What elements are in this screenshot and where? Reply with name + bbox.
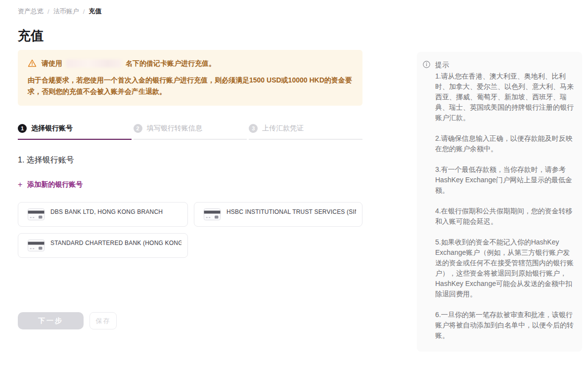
action-buttons: 下一步 保存 xyxy=(18,312,362,329)
warning-compliance-text: 由于合规要求，若您使用一个首次入金的银行账户进行充值，则必须满足1500 USD… xyxy=(28,75,353,97)
tip-item-4: 4.在银行假期和公共假期期间，您的资金转移和入账可能会延迟。 xyxy=(435,206,575,227)
step-1-label: 选择银行账号 xyxy=(31,124,73,133)
redacted-account-holder-name xyxy=(66,59,122,68)
credit-card-icon xyxy=(28,240,45,251)
tip-item-5: 5.如果收到的资金不能记入你的HashKey Exchange账户（例如，从第三… xyxy=(435,237,575,299)
bank-name: HSBC INSTITUTIONAL TRUST SERVICES (SIN..… xyxy=(226,207,356,215)
save-button[interactable]: 保存 xyxy=(90,312,117,329)
step-1-select-bank-account[interactable]: 1 选择银行账号 xyxy=(18,124,132,140)
step-3-label: 上传汇款凭证 xyxy=(262,124,304,133)
next-step-button[interactable]: 下一步 xyxy=(18,312,84,329)
warning-triangle-icon xyxy=(28,59,37,68)
bank-account-list: DBS BANK LTD, HONG KONG BRANCH HSBC INST… xyxy=(18,202,362,258)
step-tabs: 1 选择银行账号 2 填写银行转账信息 3 上传汇款凭证 xyxy=(18,124,362,140)
bank-card-dbs[interactable]: DBS BANK LTD, HONG KONG BRANCH xyxy=(18,202,188,227)
info-icon xyxy=(423,61,430,68)
credit-card-icon xyxy=(204,208,221,220)
tips-title: 提示 xyxy=(435,60,575,70)
credit-card-icon xyxy=(28,208,45,220)
step-2-fill-transfer-info[interactable]: 2 填写银行转账信息 xyxy=(134,124,247,140)
breadcrumb-fiat-account[interactable]: 法币账户 xyxy=(53,7,79,16)
main-content: 请使用名下的借记卡账户进行充值。 由于合规要求，若您使用一个首次入金的银行账户进… xyxy=(18,50,362,329)
step-1-number-badge: 1 xyxy=(18,124,27,133)
step-3-number-badge: 3 xyxy=(249,124,258,133)
tip-item-1: 1.请从您在香港、澳大利亚、奥地利、比利时、加拿大、爱尔兰、以色列、意大利、马来… xyxy=(435,71,575,123)
bank-name: DBS BANK LTD, HONG KONG BRANCH xyxy=(50,207,163,215)
breadcrumb-separator: / xyxy=(83,8,85,15)
tip-item-3: 3.有一个最低存款额，当你存款时，请参考HashKey Exchange门户网站… xyxy=(435,164,575,196)
tip-item-6: 6.一旦你的第一笔存款被审查和批准，该银行账户将被自动添加到白名单中，以便今后的… xyxy=(435,310,575,341)
step-3-upload-remittance-proof[interactable]: 3 上传汇款凭证 xyxy=(249,124,362,140)
bank-name: STANDARD CHARTERED BANK (HONG KONG)... xyxy=(50,239,181,246)
warning-line: 请使用名下的借记卡账户进行充值。 xyxy=(42,58,216,69)
breadcrumb: 资产总览 / 法币账户 / 充值 xyxy=(0,0,588,16)
bank-card-hsbc[interactable]: HSBC INSTITUTIONAL TRUST SERVICES (SIN..… xyxy=(194,202,362,227)
tips-panel: 提示 1.请从您在香港、澳大利亚、奥地利、比利时、加拿大、爱尔兰、以色列、意大利… xyxy=(417,52,582,352)
step-2-label: 填写银行转账信息 xyxy=(147,124,202,133)
warning-suffix: 名下的借记卡账户进行充值。 xyxy=(126,59,216,67)
section-title-select-bank: 1. 选择银行账号 xyxy=(18,155,362,165)
add-bank-label: 添加新的银行账号 xyxy=(27,180,83,189)
tip-item-2: 2.请确保信息输入正确，以便存款能及时反映在您的账户余额中。 xyxy=(435,133,575,154)
breadcrumb-separator: / xyxy=(47,8,49,15)
deposit-page: 资产总览 / 法币账户 / 充值 充值 请使用名下的借记卡账户进行充值。 xyxy=(0,0,588,365)
add-new-bank-account-link[interactable]: + 添加新的银行账号 xyxy=(18,180,83,189)
bank-card-standard-chartered[interactable]: STANDARD CHARTERED BANK (HONG KONG)... xyxy=(18,233,188,258)
breadcrumb-current-deposit: 充值 xyxy=(89,7,101,16)
warning-prefix: 请使用 xyxy=(42,59,62,67)
warning-banner: 请使用名下的借记卡账户进行充值。 由于合规要求，若您使用一个首次入金的银行账户进… xyxy=(18,50,362,106)
step-2-number-badge: 2 xyxy=(134,124,142,133)
plus-icon: + xyxy=(18,180,22,189)
page-title: 充值 xyxy=(18,27,588,44)
breadcrumb-assets-overview[interactable]: 资产总览 xyxy=(18,7,44,16)
